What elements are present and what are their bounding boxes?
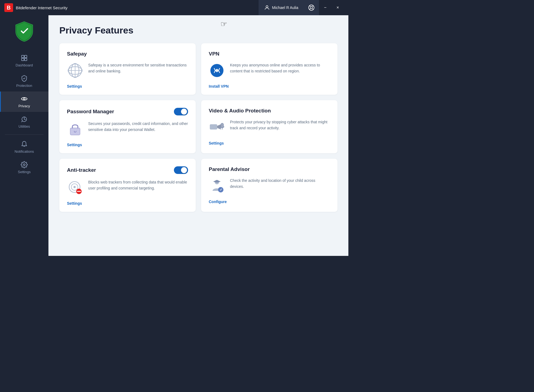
sidebar-item-privacy[interactable]: Privacy xyxy=(0,91,48,112)
sidebar-item-dashboard[interactable]: Dashboard xyxy=(0,51,48,71)
svg-line-4 xyxy=(312,9,313,10)
svg-point-2 xyxy=(310,7,312,9)
svg-rect-23 xyxy=(210,124,217,129)
safepay-card-header: Safepay xyxy=(67,51,188,57)
sidebar: Dashboard Protection Privacy xyxy=(0,15,48,256)
password-manager-card: Password Manager Secures your passwords, xyxy=(59,100,196,153)
sidebar-divider xyxy=(5,134,44,135)
active-bar xyxy=(0,91,1,112)
privacy-icon xyxy=(21,95,28,102)
pwmgr-settings-link[interactable]: Settings xyxy=(67,143,82,147)
safepay-card-body: Safepay is a secure environment for sens… xyxy=(67,62,188,79)
support-button[interactable] xyxy=(304,0,319,15)
dashboard-icon xyxy=(21,54,28,62)
svg-rect-25 xyxy=(221,123,224,128)
parental-card-header: Parental Advisor xyxy=(209,166,330,172)
pwmgr-card-header: Password Manager xyxy=(67,108,188,115)
vpn-description: Keeps you anonymous online and provides … xyxy=(230,62,330,74)
vid-card-body: Protects your privacy by stopping cyber … xyxy=(209,119,330,136)
user-icon xyxy=(264,5,270,11)
minimize-button[interactable]: − xyxy=(319,0,332,15)
vid-description: Protects your privacy by stopping cyber … xyxy=(230,119,330,131)
parental-advisor-icon: ✓ xyxy=(209,178,225,194)
vpn-icon-wrap xyxy=(209,62,225,79)
dashboard-label: Dashboard xyxy=(16,63,33,67)
video-audio-card: Video & Audio Protection xyxy=(201,100,337,153)
anti-tracker-icon xyxy=(67,180,83,195)
svg-rect-8 xyxy=(24,55,27,58)
svg-line-6 xyxy=(309,9,310,10)
safepay-icon-wrap xyxy=(67,62,83,79)
sidebar-nav: Dashboard Protection Privacy xyxy=(0,51,48,256)
safepay-text-block: Safepay is a secure environment for sens… xyxy=(88,62,188,74)
settings-label: Settings xyxy=(18,170,31,174)
pwmgr-card-body: Secures your passwords, credit card info… xyxy=(67,121,188,137)
parental-configure-link[interactable]: Configure xyxy=(209,200,227,204)
svg-marker-24 xyxy=(217,124,221,129)
sidebar-item-protection[interactable]: Protection xyxy=(0,71,48,91)
utilities-icon xyxy=(21,116,28,123)
vid-title: Video & Audio Protection xyxy=(209,108,271,114)
page-title: Privacy Features xyxy=(59,25,337,36)
parental-title: Parental Advisor xyxy=(209,166,250,172)
utilities-label: Utilities xyxy=(19,124,30,128)
password-manager-icon xyxy=(67,121,83,137)
antitrk-settings-link[interactable]: Settings xyxy=(67,201,82,206)
title-bar: B Bitdefender Internet Security Michael … xyxy=(0,0,348,15)
title-bar-left: B Bitdefender Internet Security xyxy=(4,3,67,12)
antitrk-title: Anti-tracker xyxy=(67,167,96,173)
vid-text-block: Protects your privacy by stopping cyber … xyxy=(230,119,330,131)
notifications-icon xyxy=(21,141,28,148)
antitrk-card-body: Blocks web trackers from collecting data… xyxy=(67,179,188,196)
svg-point-13 xyxy=(23,164,25,166)
svg-marker-34 xyxy=(213,180,221,183)
main-layout: Dashboard Protection Privacy xyxy=(0,15,348,256)
app-logo: B xyxy=(4,3,13,12)
antitrk-icon-wrap xyxy=(67,179,83,196)
svg-line-5 xyxy=(312,6,313,7)
pwmgr-description: Secures your passwords, credit card info… xyxy=(88,121,188,133)
protection-icon xyxy=(21,75,28,82)
safepay-title: Safepay xyxy=(67,51,87,57)
protection-label: Protection xyxy=(16,84,32,88)
vpn-install-link[interactable]: Install VPN xyxy=(209,84,229,88)
vid-card-header: Video & Audio Protection xyxy=(209,108,330,114)
svg-rect-10 xyxy=(24,58,27,61)
antitrk-description: Blocks web trackers from collecting data… xyxy=(88,179,188,191)
anti-tracker-toggle[interactable] xyxy=(174,166,188,174)
svg-point-29 xyxy=(73,186,76,188)
safepay-settings-link[interactable]: Settings xyxy=(67,84,82,88)
support-icon xyxy=(308,4,315,11)
vid-settings-link[interactable]: Settings xyxy=(209,141,224,145)
cards-grid: Safepay Safepay is a secure environm xyxy=(59,43,337,212)
svg-rect-9 xyxy=(22,58,24,61)
svg-point-0 xyxy=(266,6,268,8)
user-name: Michael R Aulia xyxy=(272,5,299,10)
content-area: Privacy Features Safepay xyxy=(48,15,348,256)
sidebar-item-settings[interactable]: Settings xyxy=(0,157,48,178)
close-button[interactable]: × xyxy=(332,0,344,15)
safepay-card: Safepay Safepay is a secure environm xyxy=(59,43,196,95)
safepay-icon xyxy=(67,63,83,78)
notifications-label: Notifications xyxy=(15,149,34,154)
vpn-card-header: VPN xyxy=(209,51,330,57)
sidebar-logo xyxy=(15,21,34,43)
password-manager-toggle[interactable] xyxy=(174,108,188,115)
user-account-button[interactable]: Michael R Aulia xyxy=(259,0,304,15)
parental-icon-wrap: ✓ xyxy=(209,178,225,194)
svg-text:✓: ✓ xyxy=(220,188,222,192)
vid-icon-wrap xyxy=(209,119,225,136)
sidebar-item-notifications[interactable]: Notifications xyxy=(0,137,48,157)
antitrk-card-header: Anti-tracker xyxy=(67,166,188,174)
sidebar-item-utilities[interactable]: Utilities xyxy=(0,112,48,132)
vpn-icon xyxy=(209,63,225,78)
svg-point-11 xyxy=(23,98,25,100)
video-audio-icon xyxy=(209,120,225,135)
title-bar-right: Michael R Aulia − × xyxy=(259,0,344,15)
pwmgr-icon-wrap xyxy=(67,121,83,137)
app-title: Bitdefender Internet Security xyxy=(16,5,67,10)
anti-tracker-card: Anti-tracker xyxy=(59,159,196,212)
vpn-title: VPN xyxy=(209,51,219,57)
parental-card-body: ✓ Check the activity and location of you… xyxy=(209,178,330,194)
pwmgr-text-block: Secures your passwords, credit card info… xyxy=(88,121,188,133)
